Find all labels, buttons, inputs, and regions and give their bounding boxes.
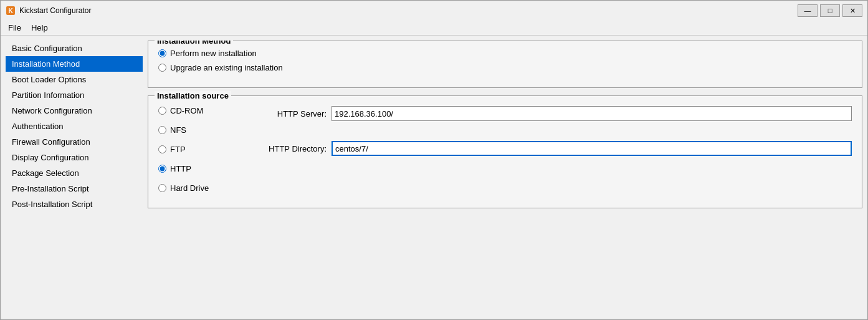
radio-cdrom[interactable] [158,107,166,115]
installation-method-section: Installation Method Perform new installa… [148,41,862,88]
sidebar-item-post-installation-script[interactable]: Post-Installation Script [6,196,143,212]
maximize-button[interactable]: □ [820,4,840,17]
http-server-label: HTTP Server: [258,109,327,119]
sidebar: Basic Configuration Installation Method … [6,41,143,314]
label-upgrade[interactable]: Upgrade an existing installation [170,63,283,72]
sidebar-item-basic-configuration[interactable]: Basic Configuration [6,41,143,56]
app-icon: K [6,6,16,16]
label-new-install[interactable]: Perform new installation [170,49,257,58]
sidebar-item-partition-information[interactable]: Partition Information [6,87,143,103]
main-content: Basic Configuration Installation Method … [1,36,867,319]
radio-hard-drive[interactable] [158,184,166,192]
http-server-row: HTTP Server: [258,106,852,121]
radio-row-hard-drive: Hard Drive [158,183,258,193]
radio-ftp[interactable] [158,145,166,153]
main-window: K Kickstart Configurator — □ ✕ File Help… [0,0,868,320]
radio-row-new-install: Perform new installation [158,49,852,58]
sidebar-item-display-configuration[interactable]: Display Configuration [6,150,143,165]
installation-source-title: Installation source [155,91,231,100]
radio-row-http: HTTP [158,164,258,173]
sidebar-item-package-selection[interactable]: Package Selection [6,165,143,181]
window-title: Kickstart Configurator [19,6,798,15]
window-controls: — □ ✕ [798,4,862,17]
minimize-button[interactable]: — [798,4,818,17]
sidebar-item-boot-loader-options[interactable]: Boot Loader Options [6,72,143,87]
label-nfs[interactable]: NFS [170,125,186,135]
radio-row-ftp: FTP [158,145,258,154]
sidebar-item-installation-method[interactable]: Installation Method [6,56,143,72]
menu-help[interactable]: Help [26,22,53,34]
http-directory-label: HTTP Directory: [258,144,327,153]
sidebar-item-pre-installation-script[interactable]: Pre-Installation Script [6,181,143,196]
content-area: Installation Method Perform new installa… [148,41,862,314]
radio-row-nfs: NFS [158,125,258,135]
sidebar-item-firewall-configuration[interactable]: Firewall Configuration [6,134,143,150]
http-server-input[interactable] [331,106,852,121]
svg-text:K: K [8,7,13,14]
label-cdrom[interactable]: CD-ROM [170,106,203,115]
radio-upgrade[interactable] [158,64,166,72]
sidebar-item-network-configuration[interactable]: Network Configuration [6,103,143,119]
label-http[interactable]: HTTP [170,164,191,173]
radio-row-cdrom: CD-ROM [158,106,258,115]
http-directory-row: HTTP Directory: [258,141,852,156]
label-ftp[interactable]: FTP [170,145,186,154]
title-bar: K Kickstart Configurator — □ ✕ [1,1,867,21]
radio-new-install[interactable] [158,49,166,57]
source-radios: CD-ROM NFS FTP HTTP [158,104,258,198]
label-hard-drive[interactable]: Hard Drive [170,183,209,193]
close-button[interactable]: ✕ [842,4,862,17]
sidebar-item-authentication[interactable]: Authentication [6,119,143,134]
source-fields: HTTP Server: HTTP Directory: [258,104,852,198]
radio-nfs[interactable] [158,126,166,134]
radio-http[interactable] [158,165,166,173]
radio-row-upgrade: Upgrade an existing installation [158,63,852,72]
installation-method-title: Installation Method [155,41,233,46]
installation-source-section: Installation source CD-ROM NFS [148,95,862,208]
menu-bar: File Help [1,21,867,36]
http-directory-input[interactable] [331,141,852,156]
menu-file[interactable]: File [3,22,26,34]
